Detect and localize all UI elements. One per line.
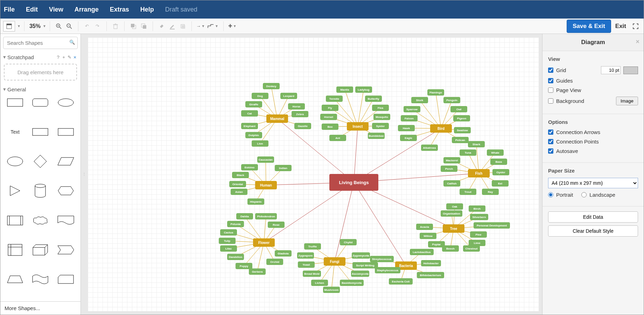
node-leaf[interactable]: Zygomycota (352, 252, 370, 259)
node-category-bird[interactable]: Bird (430, 124, 452, 133)
node-leaf[interactable]: Dolphin (245, 132, 262, 138)
grid-checkbox[interactable] (548, 68, 553, 73)
node-leaf[interactable]: Oak (446, 203, 463, 210)
node-leaf[interactable]: Truffle (304, 243, 321, 250)
node-leaf[interactable]: Yeast (298, 261, 315, 268)
shape-ellipse[interactable] (54, 96, 78, 109)
menu-help[interactable]: Help (140, 6, 154, 13)
node-leaf[interactable]: Termite (326, 96, 343, 102)
node-leaf[interactable]: Orchid (266, 259, 283, 265)
shape-rect2[interactable] (28, 125, 52, 139)
shape-hexagon[interactable] (54, 184, 78, 197)
node-leaf[interactable]: Lion (252, 140, 268, 147)
shape-parallelogram[interactable] (54, 155, 78, 168)
node-leaf[interactable]: Trout (460, 189, 476, 195)
shape-card[interactable] (54, 273, 78, 286)
zoom-in-button[interactable] (54, 21, 64, 31)
node-category-tree[interactable]: Tree (443, 224, 464, 233)
shape-step[interactable] (54, 243, 78, 257)
node-leaf[interactable]: Bass (490, 159, 507, 165)
node-leaf[interactable]: Pigeon (453, 115, 470, 121)
node-leaf[interactable]: Escheria Coli (389, 278, 413, 285)
shape-rectangle[interactable] (3, 96, 27, 109)
node-leaf[interactable]: Hawk (398, 125, 415, 131)
redo-button[interactable]: ↷ (92, 21, 103, 31)
node-leaf[interactable]: Owl (450, 106, 467, 112)
shape-cylinder[interactable] (28, 184, 52, 197)
node-category-fish[interactable]: Fish (468, 169, 490, 177)
shape-triangle[interactable] (3, 184, 27, 197)
node-leaf[interactable]: Gazelle (294, 123, 311, 129)
node-leaf[interactable]: Perch (441, 166, 457, 172)
scratchpad-close-icon[interactable]: × (72, 55, 78, 60)
node-leaf[interactable]: Dandelion (227, 254, 244, 260)
fit-page-button[interactable] (3, 21, 15, 31)
menu-view[interactable]: View (49, 6, 63, 13)
fill-color-button[interactable] (156, 21, 167, 31)
scratchpad-dropzone[interactable]: Drag elements here (4, 64, 77, 80)
node-leaf[interactable]: Mackerel (443, 157, 460, 163)
node-category-human[interactable]: Human (255, 181, 277, 189)
node-category-insect[interactable]: Insect (347, 122, 369, 131)
node-leaf[interactable]: Zebra (292, 111, 308, 117)
node-leaf[interactable]: Organisation (441, 210, 462, 217)
scratchpad-edit-icon[interactable]: ✎ (66, 55, 72, 60)
conn-points-checkbox[interactable] (548, 139, 553, 144)
node-leaf[interactable]: Bread Mold (303, 271, 321, 277)
node-leaf[interactable]: Personal Development (474, 222, 510, 229)
landscape-radio[interactable] (581, 192, 587, 197)
scratchpad-add-icon[interactable]: + (61, 55, 66, 60)
fit-page-dropdown[interactable]: ▼ (17, 24, 21, 28)
node-leaf[interactable]: Cat (241, 110, 258, 117)
node-leaf[interactable]: Ascomycota (351, 271, 369, 277)
node-leaf[interactable]: Stork (411, 97, 428, 103)
node-leaf[interactable]: Indian (275, 165, 292, 171)
node-leaf[interactable]: Falcon (401, 115, 418, 121)
node-leaf[interactable]: Pine (470, 231, 487, 238)
node-leaf[interactable]: Sparrow (404, 106, 420, 112)
node-leaf[interactable]: Elephant (241, 123, 258, 129)
node-leaf[interactable]: Black (232, 172, 249, 178)
node-leaf[interactable]: Birch (469, 205, 485, 212)
node-leaf[interactable]: Tuna (460, 149, 476, 156)
background-checkbox[interactable] (548, 98, 553, 104)
node-leaf[interactable]: Hornet (320, 114, 337, 120)
node-leaf[interactable]: Zygospore (297, 252, 314, 259)
guides-checkbox[interactable] (548, 78, 553, 83)
node-leaf[interactable]: Bifidobacterium (417, 272, 444, 278)
edit-data-button[interactable]: Edit Data (548, 211, 638, 223)
shape-diamond[interactable] (28, 155, 52, 168)
waypoints-button[interactable]: ▼ (206, 21, 220, 31)
node-leaf[interactable]: Asian (231, 189, 247, 195)
shape-internal-storage[interactable] (3, 243, 27, 257)
node-leaf[interactable]: Petunia (227, 221, 244, 227)
menu-extras[interactable]: Extras (110, 6, 129, 13)
node-leaf[interactable]: Leopard (280, 93, 297, 99)
save-exit-button[interactable]: Save & Exit (567, 20, 611, 33)
format-panel-close-icon[interactable]: × (636, 38, 639, 46)
node-leaf[interactable]: Bumblebee (368, 133, 385, 139)
node-leaf[interactable]: Cactus (220, 229, 237, 236)
shape-tape[interactable] (28, 273, 52, 286)
shape-cloud[interactable] (28, 214, 52, 227)
node-leaf[interactable]: Mushroom (323, 287, 340, 293)
node-leaf[interactable]: Bee (322, 124, 338, 130)
shape-process[interactable] (3, 214, 27, 227)
insert-button[interactable]: +▼ (227, 21, 238, 31)
node-leaf[interactable]: Beech (442, 245, 459, 252)
node-category-fungi[interactable]: Fungi (324, 257, 345, 266)
node-leaf[interactable]: Streptococcus (370, 256, 394, 262)
node-leaf[interactable]: Script Writing (352, 262, 378, 268)
node-leaf[interactable]: Oriental (229, 181, 246, 187)
node-leaf[interactable]: Shark (468, 141, 485, 147)
shape-document[interactable] (54, 214, 78, 227)
node-leaf[interactable]: Hispanic (247, 198, 264, 205)
node-leaf[interactable]: Philodendron (255, 213, 277, 219)
node-leaf[interactable]: Dahlia (236, 213, 253, 219)
node-leaf[interactable]: Chestnut (463, 245, 480, 252)
node-leaf[interactable]: Donkey (263, 83, 280, 89)
autosave-checkbox[interactable] (548, 148, 553, 154)
menu-edit[interactable]: Edit (26, 6, 38, 13)
zoom-level[interactable]: 35% (29, 23, 41, 29)
node-leaf[interactable]: Whale (487, 149, 504, 156)
